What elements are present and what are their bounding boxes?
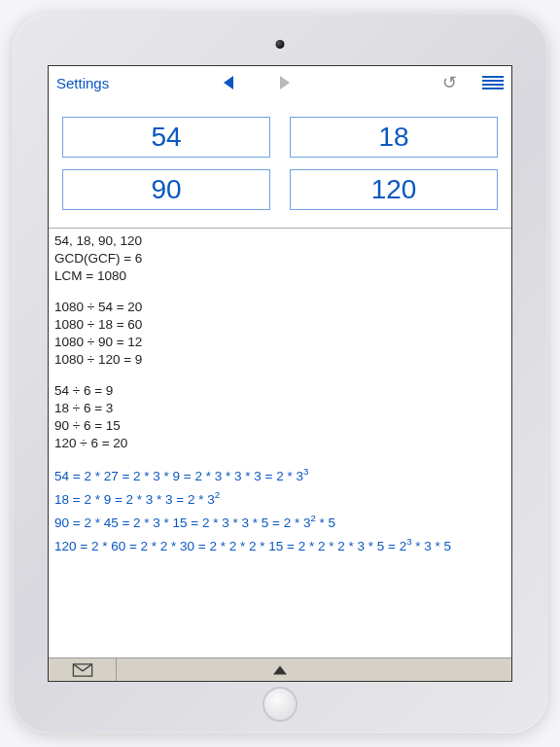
- lcm-div-line: 1080 ÷ 90 = 12: [54, 334, 506, 351]
- input-b[interactable]: 18: [290, 117, 498, 158]
- lcm-div-line: 1080 ÷ 54 = 20: [54, 299, 506, 316]
- bottom-bar: [49, 658, 511, 681]
- prev-arrow-icon[interactable]: [224, 76, 233, 89]
- input-c[interactable]: 90: [62, 169, 270, 210]
- factorization-line: 120 = 2 * 60 = 2 * 2 * 30 = 2 * 2 * 2 * …: [54, 535, 506, 555]
- gcd-div-line: 18 ÷ 6 = 3: [54, 400, 506, 417]
- gcd-div-block: 54 ÷ 6 = 918 ÷ 6 = 390 ÷ 6 = 15120 ÷ 6 =…: [54, 382, 506, 453]
- gcd-line: GCD(GCF) = 6: [54, 250, 506, 267]
- expand-up-icon[interactable]: [273, 665, 287, 674]
- inputs-grid: 54 18 90 120: [49, 99, 511, 228]
- mail-icon: [72, 663, 93, 677]
- app-screen: Settings ↻ 54 18 90 120 54, 18, 90, 120 …: [48, 65, 512, 682]
- lcm-div-line: 1080 ÷ 18 = 60: [54, 316, 506, 334]
- mail-button[interactable]: [49, 658, 117, 681]
- gcd-div-line: 90 ÷ 6 = 15: [54, 417, 506, 435]
- lcm-div-line: 1080 ÷ 120 = 9: [54, 351, 506, 369]
- gcd-div-line: 120 ÷ 6 = 20: [54, 435, 506, 452]
- settings-button[interactable]: Settings: [56, 75, 109, 91]
- numbers-line: 54, 18, 90, 120: [54, 232, 506, 250]
- summary-block: 54, 18, 90, 120 GCD(GCF) = 6 LCM = 1080: [54, 232, 506, 286]
- menu-icon[interactable]: [482, 76, 504, 89]
- lcm-line: LCM = 1080: [54, 267, 506, 285]
- undo-icon[interactable]: ↻: [442, 72, 457, 93]
- home-button[interactable]: [262, 687, 298, 722]
- factorization-line: 90 = 2 * 45 = 2 * 3 * 15 = 2 * 3 * 3 * 5…: [54, 512, 506, 532]
- factorization-line: 54 = 2 * 27 = 2 * 3 * 9 = 2 * 3 * 3 * 3 …: [54, 465, 506, 485]
- toolbar: Settings ↻: [49, 66, 511, 99]
- input-d[interactable]: 120: [290, 169, 498, 210]
- results-panel: 54, 18, 90, 120 GCD(GCF) = 6 LCM = 1080 …: [49, 228, 511, 658]
- lcm-div-block: 1080 ÷ 54 = 201080 ÷ 18 = 601080 ÷ 90 = …: [54, 299, 506, 370]
- factorization-line: 18 = 2 * 9 = 2 * 3 * 3 = 2 * 32: [54, 488, 506, 509]
- next-arrow-icon: [280, 76, 290, 89]
- ipad-frame: Settings ↻ 54 18 90 120 54, 18, 90, 120 …: [13, 14, 547, 733]
- gcd-div-line: 54 ÷ 6 = 9: [54, 382, 506, 400]
- factorization-block: 54 = 2 * 27 = 2 * 3 * 9 = 2 * 3 * 3 * 3 …: [54, 465, 506, 554]
- input-a[interactable]: 54: [62, 117, 270, 158]
